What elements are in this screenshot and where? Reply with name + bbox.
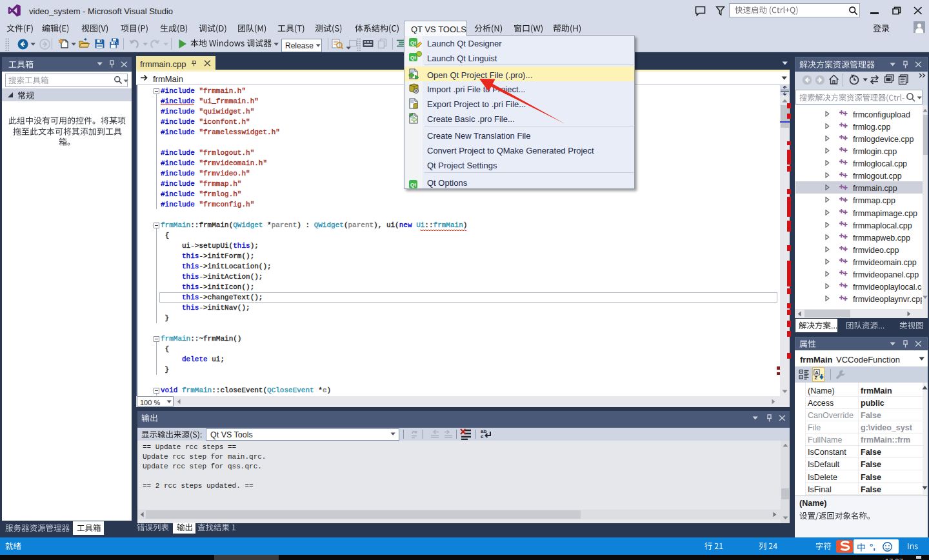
svg-text:Qt: Qt <box>410 55 416 61</box>
svg-text:Qt: Qt <box>410 182 416 188</box>
svg-text:Z: Z <box>815 375 818 380</box>
svg-text:c: c <box>481 434 484 439</box>
